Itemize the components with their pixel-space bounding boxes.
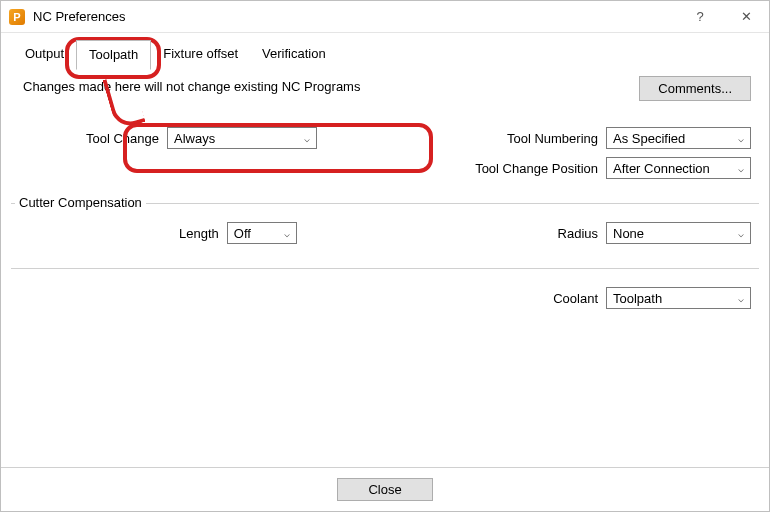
tool-change-position-label: Tool Change Position [458, 161, 598, 176]
radius-select[interactable]: None ⌵ [606, 222, 751, 244]
tool-change-position-select[interactable]: After Connection ⌵ [606, 157, 751, 179]
comments-button[interactable]: Comments... [639, 76, 751, 101]
titlebar: P NC Preferences ? ✕ [1, 1, 769, 33]
tool-change-group: Tool Change Always ⌵ Tool Numbering As S… [11, 115, 759, 197]
coolant-value: Toolpath [613, 291, 662, 306]
tool-change-value: Always [174, 131, 215, 146]
footer: Close [1, 467, 769, 511]
length-label: Length [179, 226, 219, 241]
nc-preferences-dialog: P NC Preferences ? ✕ Output Toolpath Fix… [0, 0, 770, 512]
chevron-down-icon: ⌵ [738, 228, 744, 239]
tool-numbering-value: As Specified [613, 131, 685, 146]
coolant-label: Coolant [553, 291, 598, 306]
chevron-down-icon: ⌵ [304, 133, 310, 144]
chevron-down-icon: ⌵ [738, 163, 744, 174]
radius-label: Radius [558, 226, 598, 241]
tab-bar: Output Toolpath Fixture offset Verificat… [13, 39, 759, 69]
chevron-down-icon: ⌵ [738, 133, 744, 144]
tab-toolpath[interactable]: Toolpath [76, 40, 151, 70]
window-title: NC Preferences [33, 9, 677, 24]
chevron-down-icon: ⌵ [284, 228, 290, 239]
length-value: Off [234, 226, 251, 241]
tool-change-label: Tool Change [19, 131, 159, 146]
coolant-select[interactable]: Toolpath ⌵ [606, 287, 751, 309]
tool-change-select[interactable]: Always ⌵ [167, 127, 317, 149]
cutter-compensation-group: Cutter Compensation Length Off ⌵ Radius … [11, 203, 759, 262]
coolant-group: Coolant Toolpath ⌵ [11, 268, 759, 327]
help-button[interactable]: ? [677, 1, 723, 32]
close-button[interactable]: Close [337, 478, 432, 501]
tool-change-position-value: After Connection [613, 161, 710, 176]
tool-numbering-label: Tool Numbering [458, 131, 598, 146]
content-area: Output Toolpath Fixture offset Verificat… [1, 33, 769, 467]
tab-fixture-offset[interactable]: Fixture offset [151, 40, 250, 70]
tool-numbering-select[interactable]: As Specified ⌵ [606, 127, 751, 149]
app-icon: P [9, 9, 25, 25]
radius-value: None [613, 226, 644, 241]
length-select[interactable]: Off ⌵ [227, 222, 297, 244]
tab-verification[interactable]: Verification [250, 40, 338, 70]
window-close-button[interactable]: ✕ [723, 1, 769, 32]
chevron-down-icon: ⌵ [738, 293, 744, 304]
tab-output[interactable]: Output [13, 40, 76, 70]
cutter-compensation-title: Cutter Compensation [15, 195, 146, 210]
